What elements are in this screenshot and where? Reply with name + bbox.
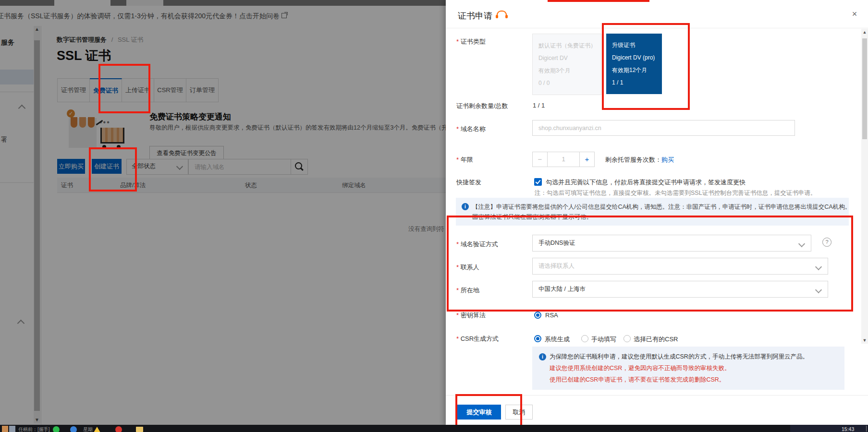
hosting-suffix: 剩余托管服务次数： bbox=[605, 156, 661, 163]
card-line: Digicert DV bbox=[538, 52, 595, 64]
annotation-box-free-cert-tab bbox=[98, 64, 150, 113]
csr-existing-radio[interactable] bbox=[623, 335, 631, 342]
scroll-up-icon[interactable]: ▲ bbox=[862, 30, 867, 35]
card-line: 0 / 0 bbox=[538, 77, 595, 89]
app-icon-red[interactable] bbox=[115, 426, 122, 432]
domain-name-label: 域名名称 bbox=[456, 125, 486, 133]
plus-icon[interactable]: + bbox=[579, 152, 594, 167]
csr-system-radio[interactable] bbox=[534, 335, 541, 342]
rsa-radio[interactable] bbox=[534, 312, 541, 319]
minus-icon[interactable]: − bbox=[533, 152, 548, 167]
system-tray: 15:43 bbox=[790, 425, 868, 432]
quick-issue-note: 注：勾选后可填写证书信息，直接提交审核。未勾选需要到SSL证书控制台完善证书信息… bbox=[535, 189, 816, 197]
annotation-box-form-fields bbox=[447, 216, 853, 312]
card-line: 默认证书（免费证书） bbox=[538, 39, 595, 52]
domain-name-input[interactable] bbox=[532, 120, 795, 136]
years-value[interactable]: 1 bbox=[548, 152, 579, 167]
show-desktop-divider[interactable] bbox=[866, 426, 867, 432]
taskbar-thumbnail[interactable] bbox=[9, 426, 15, 432]
years-stepper: − 1 + bbox=[532, 152, 595, 167]
csr-manual-radio[interactable] bbox=[581, 335, 588, 342]
support-headset-icon[interactable] bbox=[497, 11, 507, 18]
key-algo-label: 密钥算法 bbox=[456, 311, 486, 320]
drawer-scrollbar[interactable]: ▲ ▼ bbox=[861, 29, 868, 344]
drawer-title: 证书申请 bbox=[458, 10, 492, 22]
info-icon: i bbox=[462, 203, 469, 210]
chat-preview-text[interactable]: 任柄前：[握手] bbox=[18, 426, 50, 432]
folder-icon[interactable] bbox=[136, 427, 143, 432]
csr-info-line: 为保障您的证书顺利申请，建议您使用默认生成CSR的方式，手动上传将无法部署到阿里… bbox=[550, 353, 808, 361]
taskbar-thumbnail[interactable] bbox=[2, 426, 8, 432]
quick-issue-text: 勾选并且完善以下信息，付款后将直接提交证书申请请求，签发速度更快 bbox=[546, 178, 746, 187]
csr-system-label: 系统生成 bbox=[545, 335, 570, 344]
quick-issue-label: 快捷签发 bbox=[456, 178, 481, 187]
taskbar: 任柄前：[握手] 星期 15:43 bbox=[0, 425, 868, 432]
browser-icon[interactable] bbox=[70, 426, 77, 432]
annotation-box-upgrade-card bbox=[602, 23, 690, 110]
close-icon[interactable]: × bbox=[849, 9, 860, 19]
wechat-icon[interactable] bbox=[53, 426, 60, 432]
years-label: 年限 bbox=[456, 156, 473, 164]
day-text: 星期 bbox=[83, 426, 93, 432]
csr-existing-label: 选择已有的CSR bbox=[634, 335, 678, 344]
ca-notice-line1: 【注意】申请证书需要将您提供的个人/公司信息提交给CA机构，请知悉。注意：非国产… bbox=[472, 203, 851, 211]
csr-notice-box: i 为保障您的证书顺利申请，建议您使用默认生成CSR的方式，手动上传将无法部署到… bbox=[532, 347, 844, 390]
cert-type-default-card[interactable]: 默认证书（免费证书） Digicert DV 有效期3个月 0 / 0 bbox=[532, 34, 601, 95]
quick-issue-checkbox[interactable] bbox=[534, 178, 542, 186]
annotation-line-top bbox=[548, 0, 649, 2]
scroll-down-icon[interactable]: ▼ bbox=[862, 338, 867, 343]
warning-icon[interactable] bbox=[94, 427, 100, 432]
csr-method-label: CSR生成方式 bbox=[456, 335, 499, 343]
csr-manual-label: 手动填写 bbox=[591, 335, 616, 344]
csr-warning-line2: 使用已创建的CSR申请证书，请不要在证书签发完成前删除CSR。 bbox=[550, 376, 725, 384]
buy-hosting-link[interactable]: 购买 bbox=[661, 156, 674, 163]
clock[interactable]: 15:43 bbox=[842, 426, 854, 432]
scrollbar-thumb[interactable] bbox=[862, 38, 867, 139]
annotation-box-create-button bbox=[89, 147, 137, 192]
cert-type-label: 证书类型 bbox=[456, 37, 486, 46]
screen: 证书服务（SSL证书服务）的体验调研，仅需1-3分钟，有机会获得200元代金券！… bbox=[0, 0, 868, 432]
csr-warning-line1: 建议您使用系统创建的CSR，避免因内容不正确而导致的审核失败。 bbox=[550, 364, 730, 372]
rsa-label: RSA bbox=[545, 312, 558, 319]
remaining-value: 1 / 1 bbox=[533, 102, 545, 109]
remaining-label: 证书剩余数量/总数 bbox=[456, 102, 508, 110]
card-line: 有效期3个月 bbox=[538, 64, 595, 77]
info-icon: i bbox=[539, 353, 546, 360]
hosting-count-text: 剩余托管服务次数：购买 bbox=[605, 156, 674, 164]
